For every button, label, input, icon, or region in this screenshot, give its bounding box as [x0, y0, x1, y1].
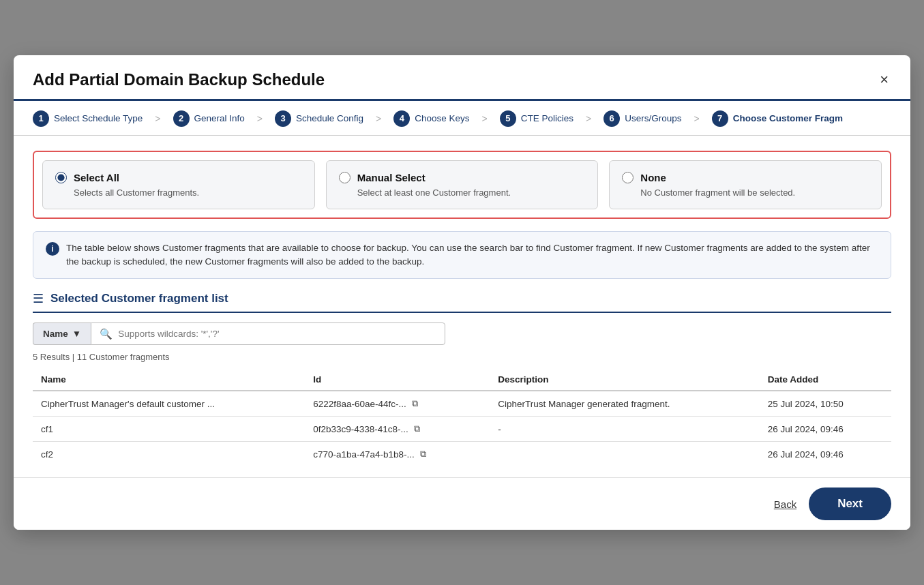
step-6[interactable]: 6 Users/Groups	[603, 110, 681, 127]
option-desc-none: No Customer fragment will be selected.	[640, 188, 869, 198]
modal: Add Partial Domain Backup Schedule × 1 S…	[14, 55, 910, 530]
search-input[interactable]	[118, 323, 436, 344]
step-1-label: Select Schedule Type	[54, 113, 143, 123]
option-title-manual-select: Manual Select	[357, 172, 426, 183]
list-icon: ☰	[33, 291, 44, 306]
copy-icon-0[interactable]: ⧉	[412, 398, 418, 409]
step-7-number: 7	[712, 110, 728, 127]
step-2-label: General Info	[194, 113, 245, 123]
modal-body: Select All Selects all Customer fragment…	[14, 136, 910, 478]
col-header-id: Id	[305, 369, 490, 391]
selection-options: Select All Selects all Customer fragment…	[33, 151, 891, 219]
search-icon: 🔍	[100, 328, 113, 340]
step-5-number: 5	[500, 110, 516, 127]
cell-id-0: 6222f8aa-60ae-44fc-... ⧉	[305, 391, 490, 417]
step-6-label: Users/Groups	[625, 113, 681, 123]
step-7-label: Choose Customer Fragm	[733, 113, 843, 123]
cell-desc-0: CipherTrust Manager generated fragment.	[490, 391, 760, 417]
fragment-list-header: ☰ Selected Customer fragment list	[33, 291, 891, 313]
step-1[interactable]: 1 Select Schedule Type	[33, 110, 143, 127]
data-table: Name Id Description Date Added CipherTru…	[33, 369, 891, 466]
step-2-number: 2	[173, 110, 190, 127]
info-text: The table below shows Customer fragments…	[66, 241, 878, 269]
option-title-none: None	[640, 172, 666, 183]
search-row: Name ▼ 🔍	[33, 322, 891, 345]
modal-title: Add Partial Domain Backup Schedule	[33, 70, 325, 99]
info-box: i The table below shows Customer fragmen…	[33, 231, 891, 280]
step-4[interactable]: 4 Choose Keys	[393, 110, 469, 127]
name-filter-label: Name	[43, 329, 68, 339]
cell-date-0: 25 Jul 2024, 10:50	[760, 391, 891, 417]
cell-id-1: 0f2b33c9-4338-41c8-... ⧉	[305, 417, 490, 442]
step-3[interactable]: 3 Schedule Config	[275, 110, 363, 127]
radio-manual-select[interactable]	[339, 172, 351, 183]
option-card-manual-select[interactable]: Manual Select Select at least one Custom…	[326, 160, 599, 209]
step-4-number: 4	[393, 110, 410, 127]
option-card-select-all[interactable]: Select All Selects all Customer fragment…	[42, 160, 315, 209]
cell-name-0: CipherTrust Manager's default customer .…	[33, 391, 305, 417]
cell-id-2: c770-a1ba-47a4-b1b8-... ⧉	[305, 442, 490, 467]
search-input-wrap: 🔍	[91, 322, 445, 345]
step-5[interactable]: 5 CTE Policies	[500, 110, 573, 127]
step-sep-5: >	[586, 113, 591, 124]
close-button[interactable]: ×	[877, 72, 891, 87]
modal-overlay: Add Partial Domain Backup Schedule × 1 S…	[0, 0, 924, 585]
table-row: cf1 0f2b33c9-4338-41c8-... ⧉ - 26 Jul 20…	[33, 417, 891, 442]
step-sep-2: >	[257, 113, 263, 124]
option-desc-select-all: Selects all Customer fragments.	[74, 188, 302, 198]
name-filter-chevron: ▼	[72, 329, 81, 339]
col-header-date-added: Date Added	[760, 369, 891, 391]
step-2[interactable]: 2 General Info	[173, 110, 245, 127]
table-row: CipherTrust Manager's default customer .…	[33, 391, 891, 417]
step-1-number: 1	[33, 110, 49, 127]
step-3-label: Schedule Config	[296, 113, 363, 123]
step-6-number: 6	[603, 110, 620, 127]
option-desc-manual-select: Select at least one Customer fragment.	[357, 188, 586, 198]
radio-select-all[interactable]	[55, 172, 67, 183]
step-5-label: CTE Policies	[521, 113, 573, 123]
cell-desc-2	[490, 442, 760, 467]
back-button[interactable]: Back	[774, 498, 796, 510]
col-header-description: Description	[490, 369, 760, 391]
copy-icon-1[interactable]: ⧉	[414, 423, 420, 434]
step-sep-3: >	[376, 113, 381, 124]
step-sep-4: >	[482, 113, 488, 124]
col-header-name: Name	[33, 369, 305, 391]
modal-header: Add Partial Domain Backup Schedule ×	[14, 55, 910, 101]
step-3-number: 3	[275, 110, 291, 127]
fragment-list-title: Selected Customer fragment list	[50, 292, 228, 305]
name-filter-button[interactable]: Name ▼	[33, 322, 91, 345]
option-title-select-all: Select All	[74, 172, 119, 183]
cell-date-2: 26 Jul 2024, 09:46	[760, 442, 891, 467]
step-4-label: Choose Keys	[415, 113, 469, 123]
option-header-select-all: Select All	[55, 172, 302, 183]
cell-date-1: 26 Jul 2024, 09:46	[760, 417, 891, 442]
radio-none[interactable]	[622, 172, 634, 183]
option-header-manual-select: Manual Select	[339, 172, 586, 183]
results-info: 5 Results | 11 Customer fragments	[33, 352, 891, 362]
info-icon: i	[46, 242, 59, 256]
cell-name-2: cf2	[33, 442, 305, 467]
step-sep-6: >	[694, 113, 700, 124]
next-button[interactable]: Next	[809, 487, 891, 520]
cell-name-1: cf1	[33, 417, 305, 442]
modal-footer: Back Next	[14, 477, 910, 530]
cell-desc-1: -	[490, 417, 760, 442]
option-header-none: None	[622, 172, 869, 183]
steps-bar: 1 Select Schedule Type > 2 General Info …	[14, 101, 910, 136]
step-7[interactable]: 7 Choose Customer Fragm	[712, 110, 843, 127]
option-card-none[interactable]: None No Customer fragment will be select…	[609, 160, 882, 209]
copy-icon-2[interactable]: ⧉	[420, 449, 426, 460]
step-sep-1: >	[155, 113, 160, 124]
table-row: cf2 c770-a1ba-47a4-b1b8-... ⧉ 26 Jul 202…	[33, 442, 891, 467]
